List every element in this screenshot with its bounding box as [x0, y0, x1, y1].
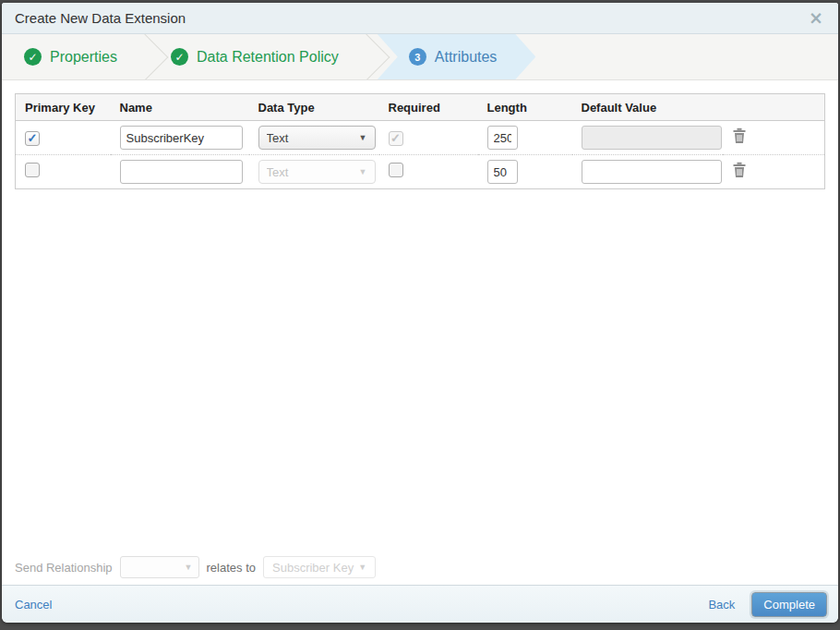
step-label: Properties	[50, 49, 117, 66]
length-input[interactable]	[487, 160, 518, 184]
trash-icon	[732, 127, 747, 144]
col-header-primary-key: Primary Key	[16, 94, 111, 121]
chevron-down-icon: ▼	[359, 133, 367, 142]
col-header-required: Required	[379, 94, 478, 121]
primary-key-checkbox[interactable]	[25, 163, 40, 177]
cancel-link[interactable]: Cancel	[15, 598, 52, 612]
attribute-row-1: Text ▼	[16, 121, 825, 155]
check-circle-icon: ✓	[24, 48, 42, 66]
required-checkbox[interactable]	[389, 163, 403, 177]
trash-icon	[732, 162, 747, 178]
col-header-data-type: Data Type	[249, 94, 379, 121]
required-checkbox	[389, 131, 403, 146]
name-input[interactable]	[120, 160, 243, 184]
table-header-row: Primary Key Name Data Type Required Leng…	[16, 94, 825, 121]
step-data-retention-policy[interactable]: ✓ Data Retention Policy	[149, 34, 363, 79]
send-relationship-select: ▼	[120, 556, 199, 578]
back-link[interactable]: Back	[708, 598, 735, 612]
attributes-table: Primary Key Name Data Type Required Leng…	[15, 93, 825, 189]
chevron-down-icon: ▼	[358, 563, 366, 572]
subscriber-key-select: Subscriber Key ▼	[263, 556, 376, 578]
step-label: Data Retention Policy	[197, 49, 339, 66]
col-header-actions	[723, 94, 825, 121]
col-header-default-value: Default Value	[572, 94, 723, 121]
data-type-select: Text ▼	[258, 160, 376, 184]
step-attributes[interactable]: 3 Attributes	[378, 34, 536, 79]
step-label: Attributes	[435, 49, 498, 66]
close-icon[interactable]: ×	[805, 7, 827, 29]
name-input[interactable]	[120, 126, 243, 150]
complete-button[interactable]: Complete	[751, 592, 827, 617]
modal-footer: Cancel Back Complete	[2, 585, 838, 623]
modal-title: Create New Data Extension	[15, 10, 805, 26]
content-spacer	[2, 189, 838, 550]
modal-titlebar: Create New Data Extension ×	[2, 3, 838, 34]
check-circle-icon: ✓	[171, 48, 188, 66]
create-data-extension-modal: Create New Data Extension × ✓ Properties…	[2, 3, 838, 623]
col-header-length: Length	[478, 94, 572, 121]
chevron-down-icon: ▼	[185, 563, 193, 572]
wizard-steps: ✓ Properties ✓ Data Retention Policy 3 A…	[2, 34, 838, 80]
send-relationship-bar: Send Relationship ▼ relates to Subscribe…	[2, 550, 838, 585]
step-number-badge: 3	[409, 48, 426, 66]
data-type-select[interactable]: Text ▼	[258, 126, 376, 150]
default-value-input	[582, 126, 722, 150]
default-value-input[interactable]	[582, 160, 722, 184]
delete-row-button[interactable]	[732, 127, 747, 144]
data-type-selected-value: Text	[267, 165, 359, 179]
chevron-down-icon: ▼	[359, 167, 367, 176]
primary-key-checkbox[interactable]	[25, 131, 40, 146]
col-header-name: Name	[111, 94, 249, 121]
attributes-panel: Primary Key Name Data Type Required Leng…	[2, 80, 838, 585]
length-input[interactable]	[487, 126, 518, 150]
relates-to-label: relates to	[207, 561, 256, 575]
send-relationship-label: Send Relationship	[15, 561, 113, 575]
attribute-row-2: Text ▼	[16, 155, 825, 189]
data-type-selected-value: Text	[267, 131, 359, 145]
delete-row-button[interactable]	[732, 162, 747, 178]
subscriber-key-value: Subscriber Key	[272, 561, 354, 575]
